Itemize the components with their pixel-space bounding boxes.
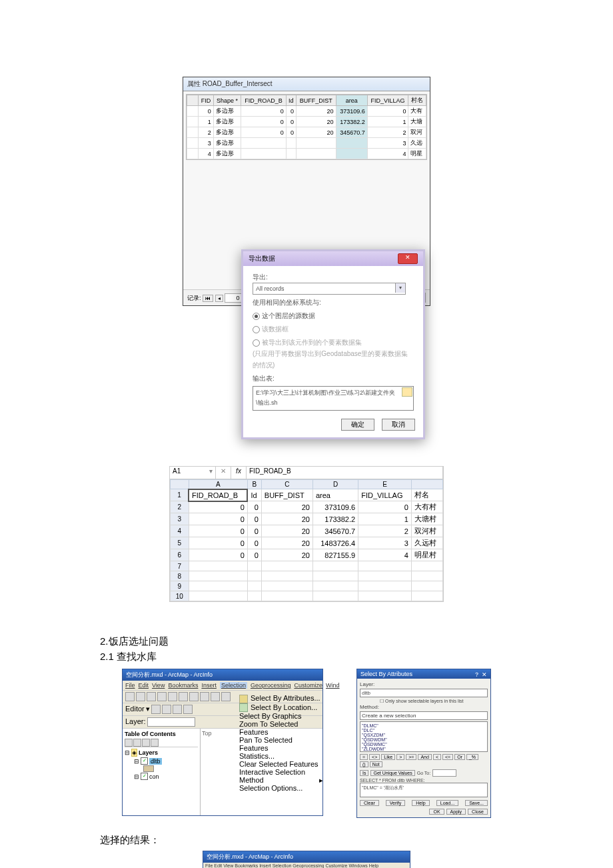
menu-clear-selected: Clear Selected Features [239, 760, 323, 768]
op-like[interactable]: Like [381, 754, 395, 760]
where-clause-input[interactable]: "DLMC" = '湖泊水库' [360, 783, 488, 797]
selection-menu: Select By Attributes... Select By Locati… [239, 694, 323, 792]
ok-button[interactable]: OK [429, 809, 444, 815]
table-row[interactable]: 0多边形0020373109.60大有 [187, 106, 426, 117]
cancel-formula-icon[interactable]: ✕ [216, 467, 231, 479]
formula-bar[interactable]: FID_ROAD_B [247, 467, 443, 479]
col-name[interactable]: 村名 [408, 95, 426, 106]
help-button[interactable]: Help [412, 800, 429, 806]
output-path-input[interactable]: E:\学习\大三上\计算机制图\作业三\练习2\新建文件夹\输出.sh [253, 386, 414, 411]
close-icon[interactable]: ？ ✕ [474, 671, 487, 679]
col-area[interactable]: area [336, 95, 367, 106]
first-record-button[interactable]: ⏮ [203, 295, 213, 302]
op-and[interactable]: And [418, 754, 431, 760]
select-by-attributes-dialog: Select By Attributes？ ✕ Layer: dltb ☐ On… [356, 669, 491, 818]
section-heading-2-1: 2.1 查找水库 [100, 651, 513, 663]
arcmap-result-window: 空间分析.mxd - ArcMap - ArcInfo File Edit Vi… [203, 851, 410, 868]
col-header-e[interactable]: E [358, 479, 412, 489]
arcmap3-menubar[interactable]: File Edit View Bookmarks Insert Selectio… [203, 863, 410, 868]
row-header[interactable]: 1 [171, 489, 189, 501]
chevron-down-icon[interactable]: ▾ [395, 283, 405, 293]
col-shape[interactable]: Shape * [213, 95, 241, 106]
method-combo[interactable]: Create a new selection [360, 711, 488, 720]
menu-select-by-attributes[interactable]: Select By Attributes... [239, 694, 323, 703]
cell-a1[interactable]: FID_ROAD_B [189, 489, 247, 501]
output-label: 输出表: [253, 373, 414, 384]
save-icon[interactable] [147, 692, 156, 701]
copy-icon[interactable] [179, 692, 188, 701]
col-header-c[interactable]: C [261, 479, 312, 489]
layer-item-con[interactable]: ⊟ ✓ con [125, 773, 198, 780]
open-icon[interactable] [136, 692, 145, 701]
radio-layer-source[interactable] [253, 313, 260, 320]
table-row[interactable]: 1多边形0020173382.21大塘 [187, 117, 426, 127]
coord-label: 使用相同的坐标系统与: [253, 297, 414, 308]
fields-list[interactable]: "DLMC""DLC""QSXZDM""QSDWDM""QSDWMC""ZLDW… [360, 721, 488, 752]
menu-select-by-graphics: Select By Graphics [239, 712, 323, 720]
new-icon[interactable] [125, 692, 135, 701]
col-header-b[interactable]: B [247, 479, 261, 489]
fx-icon[interactable]: fx [231, 467, 247, 479]
prev-record-button[interactable]: ◂ [215, 295, 223, 302]
col-selector[interactable] [187, 95, 199, 106]
spreadsheet: A1 ▾ ✕ fx FID_ROAD_B A B C D E 1 FID_ROA… [169, 466, 444, 603]
close-icon[interactable]: ✕ [398, 253, 418, 264]
name-box[interactable]: A1 ▾ [170, 467, 216, 479]
op-le[interactable]: <= [442, 754, 453, 760]
op-eq[interactable]: = [360, 754, 368, 760]
col-buff-dist[interactable]: BUFF_DIST [297, 95, 336, 106]
paste-icon[interactable] [189, 692, 199, 701]
menu-select-by-location[interactable]: Select By Location... [239, 703, 323, 713]
layer-item-dltb[interactable]: ⊟ ✓ dltb [125, 757, 198, 765]
table-of-contents: Table Of Contents ⊟ ◈ Layers ⊟ ✓ dltb ⊟ … [123, 729, 201, 815]
get-unique-button[interactable]: Get Unique Values [370, 770, 414, 776]
table-row[interactable]: 3多边形3久远 [187, 138, 426, 149]
op-not[interactable]: Not [370, 761, 382, 767]
op-gt[interactable]: > [396, 754, 404, 760]
layers-root[interactable]: ⊟ ◈ Layers [125, 749, 198, 757]
menubar[interactable]: FileEditViewBookmarksInsertSelectionGeop… [123, 681, 322, 691]
goto-input[interactable] [432, 769, 456, 777]
clear-button[interactable]: Clear [360, 800, 379, 806]
undo-icon[interactable] [211, 692, 220, 701]
redo-icon[interactable] [221, 692, 231, 701]
op-ge[interactable]: >= [406, 754, 416, 760]
delete-icon[interactable] [200, 692, 209, 701]
radio-data-frame [253, 326, 260, 333]
saveq-button[interactable]: Save... [465, 800, 488, 806]
menu-interactive-method[interactable]: Interactive Selection Method ▸ [239, 768, 323, 784]
col-header-a[interactable]: A [189, 479, 247, 489]
verify-button[interactable]: Verify [386, 800, 406, 806]
radio-feature-dataset [253, 339, 260, 347]
menu-selection-options[interactable]: Selection Options... [239, 784, 323, 792]
op-or[interactable]: Or [454, 754, 465, 760]
cut-icon[interactable] [168, 692, 177, 701]
operator-buttons: =<>Like >>=And <<=Or _%()Not [360, 754, 488, 767]
table-row[interactable]: 2多边形0020345670.72双河 [187, 127, 426, 138]
load-button[interactable]: Load... [436, 800, 458, 806]
section-heading-2: 2.饭店选址问题 [100, 635, 513, 648]
col-fid-villag[interactable]: FID_VILLAG [367, 95, 408, 106]
close-button[interactable]: Close [468, 809, 488, 815]
export-combo[interactable]: All records▾ [253, 283, 406, 295]
col-fid[interactable]: FID [199, 95, 214, 106]
apply-button[interactable]: Apply [446, 809, 466, 815]
print-icon[interactable] [157, 692, 167, 701]
select-all-cell[interactable] [171, 479, 189, 489]
table-row[interactable]: 4多边形4明星 [187, 149, 426, 159]
ok-button[interactable]: 确定 [341, 419, 374, 431]
op-lt[interactable]: < [433, 754, 441, 760]
arcmap3-title: 空间分析.mxd - ArcMap - ArcInfo [203, 851, 410, 863]
folder-icon[interactable] [402, 387, 412, 397]
col-header-f[interactable] [411, 479, 442, 489]
op-pct[interactable]: _% [466, 754, 478, 760]
op-is[interactable]: Is [360, 770, 368, 776]
cancel-button[interactable]: 取消 [382, 419, 415, 431]
layer-combo[interactable]: dltb [360, 689, 488, 697]
op-ne[interactable]: <> [369, 754, 380, 760]
col-header-d[interactable]: D [312, 479, 358, 489]
op-paren[interactable]: () [360, 761, 368, 767]
col-id[interactable]: Id [286, 95, 296, 106]
col-fid-road-b[interactable]: FID_ROAD_B [241, 95, 286, 106]
arcmap-title: 空间分析.mxd - ArcMap - ArcInfo [123, 669, 322, 681]
